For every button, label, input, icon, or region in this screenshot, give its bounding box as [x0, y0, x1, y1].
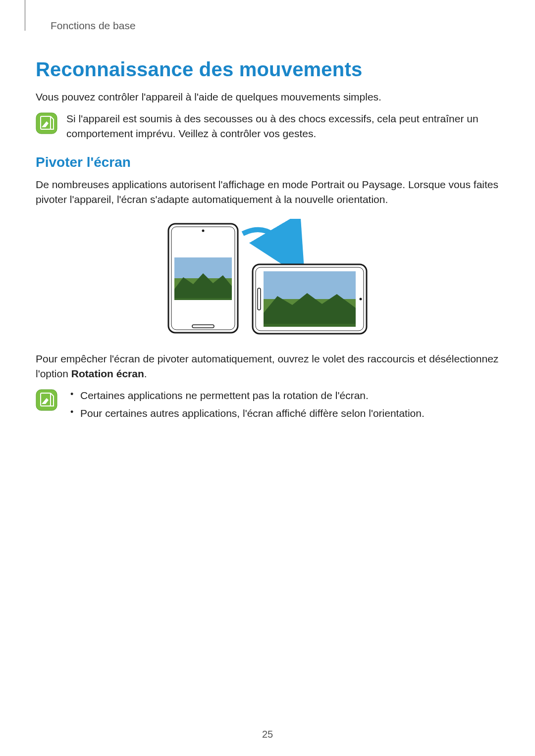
- bullet-2: Pour certaines autres applications, l'éc…: [66, 406, 499, 421]
- svg-point-4: [202, 230, 205, 232]
- paragraph-2-bold: Rotation écran: [71, 368, 144, 379]
- document-page: Fonctions de base Reconnaissance des mou…: [0, 0, 535, 756]
- note-2-bullets: Certaines applications ne permettent pas…: [66, 388, 499, 424]
- note-block-1: Si l'appareil est soumis à des secousses…: [36, 111, 499, 141]
- breadcrumb: Fonctions de base: [51, 20, 499, 32]
- svg-rect-15: [264, 324, 356, 327]
- page-number: 25: [0, 729, 535, 740]
- rotate-screen-illustration: [36, 219, 499, 338]
- svg-point-11: [360, 298, 362, 301]
- section-subtitle: Pivoter l'écran: [36, 154, 499, 170]
- page-title: Reconnaissance des mouvements: [36, 58, 499, 81]
- info-note-icon: [36, 389, 57, 411]
- bullet-1: Certaines applications ne permettent pas…: [66, 388, 499, 403]
- paragraph-1: De nombreuses applications autorisent l'…: [36, 177, 499, 207]
- svg-rect-8: [174, 298, 232, 300]
- paragraph-2-c: .: [144, 368, 147, 379]
- paragraph-2: Pour empêcher l'écran de pivoter automat…: [36, 352, 499, 381]
- intro-paragraph: Vous pouvez contrôler l'appareil à l'aid…: [36, 90, 499, 104]
- side-rule: [25, 0, 25, 31]
- note-1-text: Si l'appareil est soumis à des secousses…: [66, 111, 499, 141]
- note-block-2: Certaines applications ne permettent pas…: [36, 388, 499, 424]
- info-note-icon: [36, 112, 57, 134]
